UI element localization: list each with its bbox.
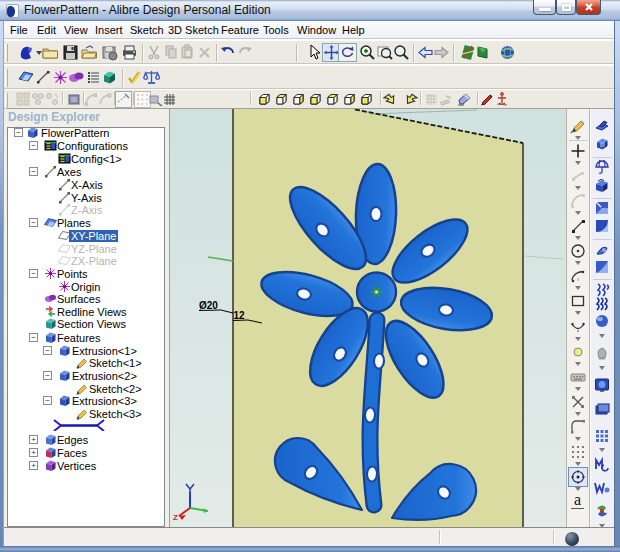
svg-text:Z: Z	[173, 513, 178, 522]
svg-text:12: 12	[234, 310, 246, 321]
svg-text:Ø20: Ø20	[199, 300, 218, 311]
